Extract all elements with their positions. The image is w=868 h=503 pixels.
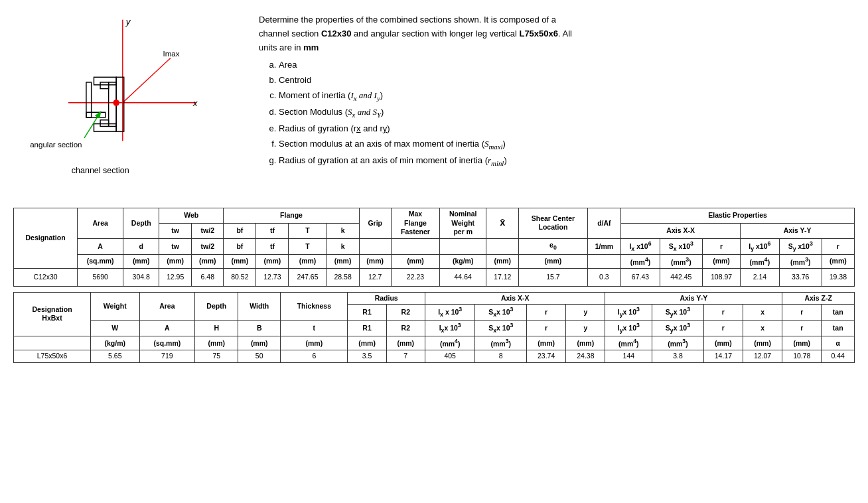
- angle-Sx: 8: [475, 350, 527, 363]
- xbar-unit: (mm): [486, 254, 519, 268]
- svg-rect-10: [100, 82, 109, 89]
- channel-Ix: 67.43: [621, 269, 660, 287]
- problem-text-line2: channel section: [259, 29, 321, 38]
- angle-R2-sym: R2: [386, 321, 425, 336]
- angle-area-unit: (sq.mm): [139, 336, 195, 350]
- angle-R1-unit: (mm): [348, 336, 386, 350]
- channel-designation: C12x30: [14, 269, 78, 287]
- k-unit: (mm): [326, 254, 359, 268]
- svg-line-4: [123, 58, 171, 102]
- angle-Ix-unit: (mm4): [425, 336, 475, 350]
- angle-radius-header: Radius: [348, 292, 425, 305]
- angle-designation: L75x50x6: [14, 350, 91, 363]
- angle-thickness-header: Thickness: [281, 292, 348, 321]
- max-flange-sym: [391, 238, 439, 254]
- angle-width-sym: B: [238, 321, 281, 336]
- list-item-f: Section modulus at an axis of max moment…: [279, 137, 855, 153]
- nominal-weight-sym: [440, 238, 486, 254]
- angle-weight-header: Weight: [91, 292, 140, 321]
- daf-sym: 1/mm: [587, 238, 621, 254]
- angle-Sy-sym: Syx 103: [652, 321, 704, 336]
- angle-Sy-unit: (mm3): [652, 336, 704, 350]
- angle-rx-header: r: [527, 305, 566, 321]
- angle-R2-header: R2: [386, 305, 425, 321]
- angle-axis-xx-header: Axis X-X: [425, 292, 605, 305]
- angle-depth-sym: H: [195, 321, 238, 336]
- Iy-sym: Iy x106: [741, 238, 780, 254]
- angle-area-header: Area: [139, 292, 195, 321]
- angle-designation-unit: [14, 336, 91, 350]
- angle-Sx-unit: (mm3): [475, 336, 527, 350]
- channel-Sy: 33.76: [779, 269, 822, 287]
- daf-unit: [587, 254, 621, 268]
- angle-Iy-unit: (mm4): [605, 336, 652, 350]
- channel-nominal-weight: 44.64: [440, 269, 486, 287]
- problem-text-line1: Determine the properties of the combined…: [259, 15, 556, 25]
- tables-section: Designation Area Depth Web Flange Grip M…: [13, 208, 855, 363]
- channel-row: C12x30 5690 304.8 12.95 6.48 80.52 12.73…: [14, 269, 855, 287]
- angle-rz-unit: (mm): [782, 336, 822, 350]
- depth-unit: (mm): [123, 254, 159, 268]
- angle-tan-header: tan: [822, 305, 855, 321]
- angle-Ix: 405: [425, 350, 475, 363]
- channel-Iy: 2.14: [741, 269, 780, 287]
- list-item-e: Radius of gyration (rx and ry): [279, 122, 855, 136]
- list-item-b: Centroid: [279, 74, 855, 88]
- angle-width-unit: (mm): [238, 336, 281, 350]
- units: mm: [303, 42, 319, 52]
- list-item-d: Section Modulus (Sx and SY): [279, 106, 855, 121]
- diagram-area: y x Imax: [13, 13, 239, 188]
- angle-name: L75x50x6: [519, 29, 558, 38]
- bf-header: bf: [224, 223, 256, 238]
- angle-designation-header: DesignationHxBxt: [14, 292, 91, 336]
- area-unit: (sq.mm): [78, 254, 123, 268]
- bf-sym: bf: [224, 238, 256, 254]
- area-sym: A: [78, 238, 123, 254]
- tw-header: tw: [159, 223, 192, 238]
- angle-row: L75x50x6 5.65 719 75 50 6 3.5 7 405 8 23…: [14, 350, 855, 363]
- bf-unit: (mm): [224, 254, 256, 268]
- rx-unit: (mm): [702, 254, 740, 268]
- angle-area: 719: [139, 350, 195, 363]
- tw2-unit: (mm): [192, 254, 224, 268]
- angle-weight-sym: W: [91, 321, 140, 336]
- Sy-unit: (mm3): [779, 254, 822, 268]
- Sx-sym: Sx x103: [660, 238, 702, 254]
- shear-center-header: Shear CenterLocation: [519, 208, 587, 239]
- angle-ry-header: r: [703, 305, 743, 321]
- flange-header: Flange: [224, 208, 359, 224]
- problem-list: Area Centroid Moment of inertia (Ix and …: [259, 58, 855, 169]
- angle-rx: 23.74: [527, 350, 566, 363]
- angle-y-sym: y: [566, 321, 605, 336]
- tf-sym: tf: [256, 238, 289, 254]
- channel-ry: 19.38: [822, 269, 854, 287]
- channel-area: 5690: [78, 269, 123, 287]
- svg-rect-7: [94, 77, 116, 85]
- angle-R1-sym: R1: [348, 321, 386, 336]
- svg-text:y: y: [125, 17, 131, 27]
- channel-grip: 12.7: [359, 269, 391, 287]
- angle-table: DesignationHxBxt Weight Area Depth Width…: [13, 292, 855, 363]
- list-item-a: Area: [279, 58, 855, 72]
- elastic-header: Elastic Properties: [621, 208, 855, 224]
- grip-unit: (mm): [359, 254, 391, 268]
- channel-Sx: 442.45: [660, 269, 702, 287]
- e0-unit: (mm): [519, 254, 587, 268]
- rx-sym: r: [702, 238, 740, 254]
- channel-name: C12x30: [321, 29, 352, 38]
- angle-x-header: x: [743, 305, 782, 321]
- angle-R1: 3.5: [348, 350, 386, 363]
- angle-weight-unit: (kg/m): [91, 336, 140, 350]
- ry-unit: (mm): [822, 254, 854, 268]
- angle-y-header: y: [566, 305, 605, 321]
- angle-rx-sym: r: [527, 321, 566, 336]
- angle-depth: 75: [195, 350, 238, 363]
- channel-depth: 304.8: [123, 269, 159, 287]
- T-unit: (mm): [289, 254, 326, 268]
- angle-R2: 7: [386, 350, 425, 363]
- channel-rx: 108.97: [702, 269, 740, 287]
- channel-tf: 12.73: [256, 269, 289, 287]
- daf-header: d/Af: [587, 208, 621, 239]
- e0-sym: e0: [519, 238, 587, 254]
- angle-Sx-header: Sxx 103: [475, 305, 527, 321]
